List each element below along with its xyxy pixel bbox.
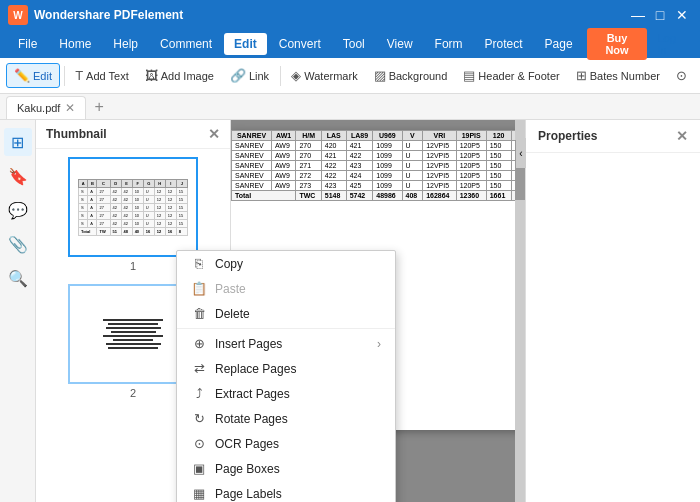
add-text-label: Add Text — [86, 70, 129, 82]
more-button[interactable]: ⊙ — [669, 64, 694, 87]
add-image-icon: 🖼 — [145, 68, 158, 83]
ctx-copy[interactable]: ⎘ Copy — [177, 251, 395, 276]
ctx-paste-label: Paste — [215, 282, 246, 296]
menu-form[interactable]: Form — [425, 33, 473, 55]
ocr-pages-icon: ⊙ — [191, 436, 207, 451]
ctx-divider-1 — [177, 328, 395, 329]
mini-barcode — [103, 319, 163, 349]
background-button[interactable]: ▨ Background — [367, 64, 455, 87]
new-tab-button[interactable]: + — [86, 95, 111, 119]
app-title: Wondershare PDFelement — [34, 8, 183, 22]
menu-page[interactable]: Page — [535, 33, 583, 55]
titlebar: W Wondershare PDFelement — □ ✕ — [0, 0, 700, 30]
bates-number-button[interactable]: ⊞ Bates Number — [569, 64, 667, 87]
ctx-page-labels-label: Page Labels — [215, 487, 282, 501]
header-footer-button[interactable]: ▤ Header & Footer — [456, 64, 566, 87]
menubar: File Home Help Comment Edit Convert Tool… — [0, 30, 700, 58]
menu-protect[interactable]: Protect — [475, 33, 533, 55]
ctx-page-labels[interactable]: ▦ Page Labels — [177, 481, 395, 502]
close-button[interactable]: ✕ — [672, 5, 692, 25]
left-sidebar: ⊞ 🔖 💬 📎 🔍 — [0, 120, 36, 502]
watermark-label: Watermark — [304, 70, 357, 82]
watermark-button[interactable]: ◈ Watermark — [284, 64, 364, 87]
link-button[interactable]: 🔗 Link — [223, 64, 276, 87]
ctx-extract-pages-label: Extract Pages — [215, 387, 290, 401]
sidebar-pages-icon[interactable]: ⊞ — [4, 128, 32, 156]
edit-icon: ✏️ — [14, 68, 30, 83]
submenu-arrow-icon: › — [377, 337, 381, 351]
pdf-main-table: SANREVAW1H/MLASLA89 U969VVRI19PIS120I SA… — [231, 130, 525, 201]
more-icon: ⊙ — [676, 68, 687, 83]
login-button[interactable]: Log In — [649, 28, 692, 60]
add-text-icon: T — [75, 68, 83, 83]
page-labels-icon: ▦ — [191, 486, 207, 501]
watermark-icon: ◈ — [291, 68, 301, 83]
edit-button[interactable]: ✏️ Edit — [6, 63, 60, 88]
ctx-ocr-pages[interactable]: ⊙ OCR Pages — [177, 431, 395, 456]
sidebar-search-icon[interactable]: 🔍 — [4, 264, 32, 292]
link-label: Link — [249, 70, 269, 82]
menu-view[interactable]: View — [377, 33, 423, 55]
add-text-button[interactable]: T Add Text — [68, 64, 136, 87]
thumbnail-close-button[interactable]: ✕ — [208, 126, 220, 142]
replace-pages-icon: ⇄ — [191, 361, 207, 376]
thumbnail-page-2-number: 2 — [130, 387, 136, 399]
maximize-button[interactable]: □ — [650, 5, 670, 25]
ctx-paste[interactable]: 📋 Paste — [177, 276, 395, 301]
background-label: Background — [389, 70, 448, 82]
ctx-page-boxes-label: Page Boxes — [215, 462, 280, 476]
sidebar-comment-icon[interactable]: 💬 — [4, 196, 32, 224]
ctx-delete-label: Delete — [215, 307, 250, 321]
delete-icon: 🗑 — [191, 306, 207, 321]
menu-comment[interactable]: Comment — [150, 33, 222, 55]
thumbnail-header: Thumbnail ✕ — [36, 120, 230, 149]
tab-close-button[interactable]: ✕ — [65, 101, 75, 115]
properties-close-button[interactable]: ✕ — [676, 128, 688, 144]
ctx-replace-pages[interactable]: ⇄ Replace Pages — [177, 356, 395, 381]
tab-kaku-pdf[interactable]: Kaku.pdf ✕ — [6, 96, 86, 119]
toolbar: ✏️ Edit T Add Text 🖼 Add Image 🔗 Link ◈ … — [0, 58, 700, 94]
properties-header: Properties ✕ — [526, 120, 700, 153]
copy-icon: ⎘ — [191, 256, 207, 271]
sidebar-attachment-icon[interactable]: 📎 — [4, 230, 32, 258]
thumbnail-panel: Thumbnail ✕ ABCDEFGHIJ SA27424210U121215… — [36, 120, 231, 502]
tabbar: Kaku.pdf ✕ + — [0, 94, 700, 120]
thumbnail-table-1: ABCDEFGHIJ SA27424210U121215 SA27424210U… — [78, 179, 188, 236]
menu-edit[interactable]: Edit — [224, 33, 267, 55]
menu-file[interactable]: File — [8, 33, 47, 55]
ctx-replace-pages-label: Replace Pages — [215, 362, 296, 376]
ctx-extract-pages[interactable]: ⤴ Extract Pages — [177, 381, 395, 406]
ctx-delete[interactable]: 🗑 Delete — [177, 301, 395, 326]
sidebar-bookmark-icon[interactable]: 🔖 — [4, 162, 32, 190]
menu-home[interactable]: Home — [49, 33, 101, 55]
rotate-pages-icon: ↻ — [191, 411, 207, 426]
context-menu: ⎘ Copy 📋 Paste 🗑 Delete ⊕ Insert Pages ›… — [176, 250, 396, 502]
bates-number-label: Bates Number — [590, 70, 660, 82]
ctx-page-boxes[interactable]: ▣ Page Boxes — [177, 456, 395, 481]
menu-convert[interactable]: Convert — [269, 33, 331, 55]
ctx-insert-pages-label: Insert Pages — [215, 337, 282, 351]
minimize-button[interactable]: — — [628, 5, 648, 25]
properties-expand-button[interactable]: ‹ — [516, 138, 526, 168]
scrollbar[interactable] — [515, 120, 525, 502]
ctx-insert-pages[interactable]: ⊕ Insert Pages › — [177, 331, 395, 356]
menu-tool[interactable]: Tool — [333, 33, 375, 55]
thumbnail-page-1-number: 1 — [130, 260, 136, 272]
paste-icon: 📋 — [191, 281, 207, 296]
menu-help[interactable]: Help — [103, 33, 148, 55]
window-controls: — □ ✕ — [628, 5, 692, 25]
add-image-label: Add Image — [161, 70, 214, 82]
ctx-rotate-pages-label: Rotate Pages — [215, 412, 288, 426]
edit-label: Edit — [33, 70, 52, 82]
header-footer-icon: ▤ — [463, 68, 475, 83]
ctx-rotate-pages[interactable]: ↻ Rotate Pages — [177, 406, 395, 431]
main-area: ⊞ 🔖 💬 📎 🔍 Thumbnail ✕ ABCDEFGHIJ SA27424… — [0, 120, 700, 502]
add-image-button[interactable]: 🖼 Add Image — [138, 64, 221, 87]
properties-title: Properties — [538, 129, 597, 143]
app-logo: W Wondershare PDFelement — [8, 5, 183, 25]
buy-now-button[interactable]: Buy Now — [587, 28, 648, 60]
properties-panel: Properties ✕ ‹ — [525, 120, 700, 502]
page-boxes-icon: ▣ — [191, 461, 207, 476]
header-footer-label: Header & Footer — [478, 70, 559, 82]
tab-name: Kaku.pdf — [17, 102, 60, 114]
